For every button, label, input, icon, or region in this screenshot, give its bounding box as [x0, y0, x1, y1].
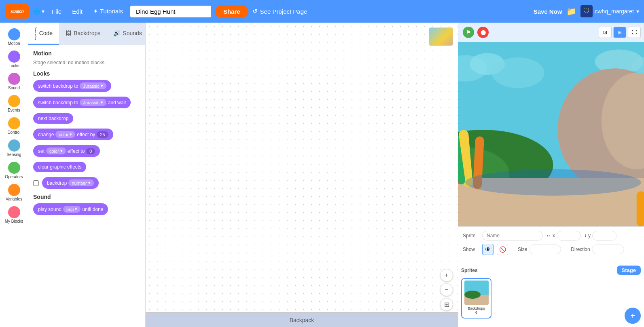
backpack-label: Backpack [290, 317, 314, 323]
stage-select-button[interactable]: Stage [617, 266, 641, 275]
looks-label: Looks [8, 63, 19, 68]
backpack-bar[interactable]: Backpack [146, 312, 458, 327]
editor-tabs: { } Code 🖼 Backdrops 🔊 Sounds [28, 23, 145, 45]
block-switch-backdrop-wait[interactable]: switch backdrop to Jurassic ▾ and wait [33, 97, 140, 111]
zoom-controls: + − ⊞ [440, 269, 453, 311]
backdrop-number-checkbox[interactable] [33, 180, 39, 186]
file-menu[interactable]: File [49, 6, 65, 17]
motion-stage-note: Stage selected: no motion blocks [33, 60, 140, 65]
sidebar-item-myblocks[interactable]: My Blocks [0, 204, 28, 226]
fullscreen-button[interactable]: ⛶ [628, 27, 641, 38]
size-field: Size [518, 245, 561, 254]
y-field: ↕ y [584, 231, 616, 241]
sidebar-item-sound[interactable]: Sound [0, 70, 28, 93]
sounds-tab-icon: 🔊 [113, 30, 120, 36]
add-sprite-button[interactable]: + [625, 308, 641, 324]
operators-label: Operators [5, 175, 23, 179]
stop-icon: ⬤ [481, 30, 486, 35]
sidebar-item-operators[interactable]: Operators [0, 159, 28, 181]
normal-stage-button[interactable]: ⊞ [613, 27, 626, 38]
control-dot [8, 117, 20, 129]
stop-button[interactable]: ⬤ [477, 27, 489, 38]
sprite-list-header: Sprites Stage [461, 266, 641, 275]
sound-section-title: Sound [33, 194, 140, 200]
sidebar-item-variables[interactable]: Variables [0, 181, 28, 204]
svg-point-23 [464, 291, 481, 299]
size-input[interactable] [529, 245, 561, 254]
user-menu[interactable]: 🛡 cwhq_margaret ▾ [580, 5, 640, 17]
right-panel: ⚑ ⬤ ⊡ ⊞ ⛶ [458, 23, 644, 327]
globe-icon: 🌐 [33, 8, 40, 15]
script-canvas[interactable]: + − ⊞ Backpack [146, 23, 458, 327]
folder-icon[interactable]: 📁 [566, 6, 576, 16]
show-info-row: Show 👁 🚫 Size Direction [463, 244, 639, 255]
myblocks-label: My Blocks [5, 219, 23, 224]
sprites-title: Sprites [461, 268, 478, 273]
blocks-list: Motion Stage selected: no motion blocks … [28, 45, 145, 327]
x-field: ↔ x [546, 231, 581, 241]
block-switch-backdrop[interactable]: switch backdrop to Jurassic ▾ [33, 80, 140, 94]
see-project-icon: ↺ [252, 8, 258, 15]
scratch-logo[interactable]: scratch [5, 4, 29, 19]
motion-label: Motion [8, 41, 20, 46]
scene-canvas [458, 42, 644, 226]
sidebar-item-control[interactable]: Control [0, 115, 28, 137]
block-backdrop-number: backdrop number ▾ [33, 177, 140, 189]
direction-field: Direction [571, 245, 624, 254]
block-set-effect[interactable]: set color ▾ effect to 0 [33, 145, 140, 159]
control-label: Control [7, 130, 20, 135]
globe-dropdown-icon: ▾ [42, 8, 44, 15]
save-now-button[interactable]: Save Now [534, 8, 562, 15]
sprite-card-stage[interactable]: Backdrops 6 [461, 278, 491, 319]
edit-menu[interactable]: Edit [69, 6, 86, 17]
sprite-list: Backdrops 6 [461, 278, 641, 324]
block-play-sound[interactable]: play sound pop ▾ until done [33, 203, 140, 217]
scene-svg [458, 42, 644, 226]
looks-section-title: Looks [33, 70, 140, 77]
myblocks-dot [8, 206, 20, 218]
tutorials-button[interactable]: ✦ Tutorials [90, 6, 126, 17]
x-input[interactable] [557, 231, 581, 241]
sidebar-item-sensing[interactable]: Sensing [0, 137, 28, 159]
y-input[interactable] [592, 231, 616, 241]
sprite-name-input[interactable] [482, 231, 543, 241]
show-visible-button[interactable]: 👁 [482, 244, 494, 255]
stage-thumbnail-image [429, 28, 453, 45]
stage-controls: ⚑ ⬤ [463, 27, 489, 38]
svg-rect-16 [637, 191, 644, 226]
direction-input[interactable] [592, 245, 624, 254]
zoom-fit-button[interactable]: ⊞ [440, 298, 453, 311]
share-button[interactable]: Share [215, 5, 248, 18]
tab-backdrops[interactable]: 🖼 Backdrops [59, 23, 107, 45]
green-flag-icon: ⚑ [466, 29, 471, 36]
variables-label: Variables [6, 197, 22, 201]
sidebar-item-events[interactable]: Events [0, 93, 28, 115]
header: scratch 🌐 ▾ File Edit ✦ Tutorials Share … [0, 0, 644, 23]
see-project-button[interactable]: ↺ See Project Page [252, 8, 307, 15]
svg-point-20 [465, 169, 641, 196]
block-next-backdrop[interactable]: next backdrop [33, 113, 140, 126]
tab-code[interactable]: { } Code [28, 23, 59, 45]
events-dot [8, 95, 20, 107]
show-hidden-button[interactable]: 🚫 [497, 244, 508, 255]
sprite-list-panel: Sprites Stage Backdrops 6 [458, 262, 644, 327]
language-button[interactable]: 🌐 ▾ [33, 8, 44, 15]
project-name-input[interactable] [130, 6, 211, 17]
stage-backdrops-count: 6 [475, 310, 477, 314]
tab-sounds[interactable]: 🔊 Sounds [107, 23, 148, 45]
svg-point-3 [491, 57, 544, 88]
categories-sidebar: Motion Looks Sound Events Control Sensin… [0, 23, 28, 327]
block-clear-effects[interactable]: clear graphic effects [33, 162, 140, 175]
small-stage-button[interactable]: ⊡ [599, 27, 612, 38]
motion-dot [8, 28, 20, 40]
events-label: Events [8, 108, 20, 112]
zoom-out-button[interactable]: − [440, 283, 453, 296]
sidebar-item-looks[interactable]: Looks [0, 48, 28, 70]
zoom-in-button[interactable]: + [440, 269, 453, 282]
sidebar-item-motion[interactable]: Motion [0, 26, 28, 48]
operators-dot [8, 162, 20, 174]
block-change-effect[interactable]: change color ▾ effect by 25 [33, 129, 140, 143]
code-tab-icon: { } [35, 27, 37, 40]
green-flag-button[interactable]: ⚑ [463, 27, 474, 38]
sensing-label: Sensing [6, 152, 21, 157]
